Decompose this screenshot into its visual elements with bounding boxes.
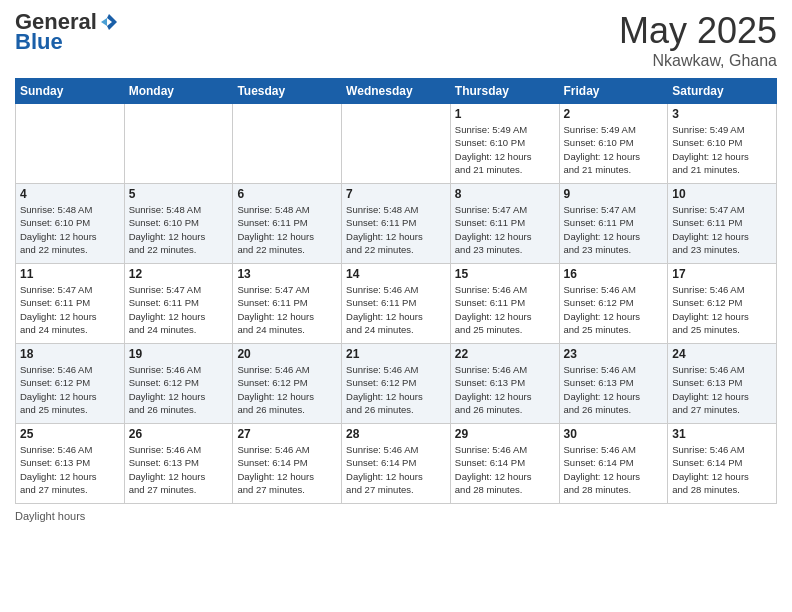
day-info: Sunrise: 5:46 AM Sunset: 6:12 PM Dayligh… bbox=[564, 283, 664, 336]
day-number: 6 bbox=[237, 187, 337, 201]
day-info: Sunrise: 5:46 AM Sunset: 6:13 PM Dayligh… bbox=[129, 443, 229, 496]
day-info: Sunrise: 5:47 AM Sunset: 6:11 PM Dayligh… bbox=[129, 283, 229, 336]
calendar-cell: 21Sunrise: 5:46 AM Sunset: 6:12 PM Dayli… bbox=[342, 344, 451, 424]
day-info: Sunrise: 5:48 AM Sunset: 6:11 PM Dayligh… bbox=[237, 203, 337, 256]
day-info: Sunrise: 5:46 AM Sunset: 6:13 PM Dayligh… bbox=[672, 363, 772, 416]
calendar-cell: 3Sunrise: 5:49 AM Sunset: 6:10 PM Daylig… bbox=[668, 104, 777, 184]
week-row-5: 25Sunrise: 5:46 AM Sunset: 6:13 PM Dayli… bbox=[16, 424, 777, 504]
svg-marker-0 bbox=[107, 14, 117, 30]
calendar-cell: 23Sunrise: 5:46 AM Sunset: 6:13 PM Dayli… bbox=[559, 344, 668, 424]
day-info: Sunrise: 5:46 AM Sunset: 6:13 PM Dayligh… bbox=[455, 363, 555, 416]
calendar-cell: 16Sunrise: 5:46 AM Sunset: 6:12 PM Dayli… bbox=[559, 264, 668, 344]
day-info: Sunrise: 5:48 AM Sunset: 6:10 PM Dayligh… bbox=[129, 203, 229, 256]
day-info: Sunrise: 5:47 AM Sunset: 6:11 PM Dayligh… bbox=[564, 203, 664, 256]
col-header-wednesday: Wednesday bbox=[342, 79, 451, 104]
calendar-cell: 10Sunrise: 5:47 AM Sunset: 6:11 PM Dayli… bbox=[668, 184, 777, 264]
calendar-cell: 6Sunrise: 5:48 AM Sunset: 6:11 PM Daylig… bbox=[233, 184, 342, 264]
calendar-cell: 9Sunrise: 5:47 AM Sunset: 6:11 PM Daylig… bbox=[559, 184, 668, 264]
day-number: 7 bbox=[346, 187, 446, 201]
calendar-cell: 2Sunrise: 5:49 AM Sunset: 6:10 PM Daylig… bbox=[559, 104, 668, 184]
week-row-3: 11Sunrise: 5:47 AM Sunset: 6:11 PM Dayli… bbox=[16, 264, 777, 344]
svg-marker-1 bbox=[101, 18, 107, 26]
col-header-sunday: Sunday bbox=[16, 79, 125, 104]
day-info: Sunrise: 5:46 AM Sunset: 6:13 PM Dayligh… bbox=[20, 443, 120, 496]
day-number: 19 bbox=[129, 347, 229, 361]
day-info: Sunrise: 5:47 AM Sunset: 6:11 PM Dayligh… bbox=[237, 283, 337, 336]
calendar-cell: 5Sunrise: 5:48 AM Sunset: 6:10 PM Daylig… bbox=[124, 184, 233, 264]
day-number: 22 bbox=[455, 347, 555, 361]
day-info: Sunrise: 5:46 AM Sunset: 6:14 PM Dayligh… bbox=[346, 443, 446, 496]
calendar-cell: 27Sunrise: 5:46 AM Sunset: 6:14 PM Dayli… bbox=[233, 424, 342, 504]
calendar-cell: 18Sunrise: 5:46 AM Sunset: 6:12 PM Dayli… bbox=[16, 344, 125, 424]
day-info: Sunrise: 5:46 AM Sunset: 6:12 PM Dayligh… bbox=[672, 283, 772, 336]
calendar-cell: 8Sunrise: 5:47 AM Sunset: 6:11 PM Daylig… bbox=[450, 184, 559, 264]
day-number: 31 bbox=[672, 427, 772, 441]
day-info: Sunrise: 5:49 AM Sunset: 6:10 PM Dayligh… bbox=[455, 123, 555, 176]
day-info: Sunrise: 5:47 AM Sunset: 6:11 PM Dayligh… bbox=[20, 283, 120, 336]
calendar-cell bbox=[233, 104, 342, 184]
daylight-label: Daylight hours bbox=[15, 510, 85, 522]
day-info: Sunrise: 5:49 AM Sunset: 6:10 PM Dayligh… bbox=[564, 123, 664, 176]
calendar-cell: 13Sunrise: 5:47 AM Sunset: 6:11 PM Dayli… bbox=[233, 264, 342, 344]
day-info: Sunrise: 5:46 AM Sunset: 6:14 PM Dayligh… bbox=[672, 443, 772, 496]
day-info: Sunrise: 5:48 AM Sunset: 6:11 PM Dayligh… bbox=[346, 203, 446, 256]
day-number: 25 bbox=[20, 427, 120, 441]
day-info: Sunrise: 5:48 AM Sunset: 6:10 PM Dayligh… bbox=[20, 203, 120, 256]
page: General Blue May 2025 Nkawkaw, Ghana Sun… bbox=[0, 0, 792, 612]
day-number: 24 bbox=[672, 347, 772, 361]
day-number: 9 bbox=[564, 187, 664, 201]
day-number: 14 bbox=[346, 267, 446, 281]
calendar-cell: 14Sunrise: 5:46 AM Sunset: 6:11 PM Dayli… bbox=[342, 264, 451, 344]
day-number: 1 bbox=[455, 107, 555, 121]
location-title: Nkawkaw, Ghana bbox=[619, 52, 777, 70]
calendar-cell: 7Sunrise: 5:48 AM Sunset: 6:11 PM Daylig… bbox=[342, 184, 451, 264]
calendar-cell: 12Sunrise: 5:47 AM Sunset: 6:11 PM Dayli… bbox=[124, 264, 233, 344]
logo-blue-text: Blue bbox=[15, 29, 63, 54]
col-header-thursday: Thursday bbox=[450, 79, 559, 104]
calendar-cell: 29Sunrise: 5:46 AM Sunset: 6:14 PM Dayli… bbox=[450, 424, 559, 504]
week-row-4: 18Sunrise: 5:46 AM Sunset: 6:12 PM Dayli… bbox=[16, 344, 777, 424]
col-header-saturday: Saturday bbox=[668, 79, 777, 104]
day-number: 3 bbox=[672, 107, 772, 121]
calendar-cell: 24Sunrise: 5:46 AM Sunset: 6:13 PM Dayli… bbox=[668, 344, 777, 424]
day-number: 28 bbox=[346, 427, 446, 441]
day-number: 17 bbox=[672, 267, 772, 281]
day-info: Sunrise: 5:47 AM Sunset: 6:11 PM Dayligh… bbox=[672, 203, 772, 256]
day-number: 20 bbox=[237, 347, 337, 361]
day-info: Sunrise: 5:46 AM Sunset: 6:12 PM Dayligh… bbox=[20, 363, 120, 416]
calendar-cell bbox=[124, 104, 233, 184]
day-number: 29 bbox=[455, 427, 555, 441]
day-info: Sunrise: 5:46 AM Sunset: 6:11 PM Dayligh… bbox=[346, 283, 446, 336]
calendar-cell: 19Sunrise: 5:46 AM Sunset: 6:12 PM Dayli… bbox=[124, 344, 233, 424]
col-header-friday: Friday bbox=[559, 79, 668, 104]
calendar-cell: 30Sunrise: 5:46 AM Sunset: 6:14 PM Dayli… bbox=[559, 424, 668, 504]
week-row-2: 4Sunrise: 5:48 AM Sunset: 6:10 PM Daylig… bbox=[16, 184, 777, 264]
day-info: Sunrise: 5:46 AM Sunset: 6:14 PM Dayligh… bbox=[237, 443, 337, 496]
day-info: Sunrise: 5:46 AM Sunset: 6:13 PM Dayligh… bbox=[564, 363, 664, 416]
calendar-cell: 26Sunrise: 5:46 AM Sunset: 6:13 PM Dayli… bbox=[124, 424, 233, 504]
calendar-cell: 1Sunrise: 5:49 AM Sunset: 6:10 PM Daylig… bbox=[450, 104, 559, 184]
title-block: May 2025 Nkawkaw, Ghana bbox=[619, 10, 777, 70]
col-header-monday: Monday bbox=[124, 79, 233, 104]
day-number: 26 bbox=[129, 427, 229, 441]
calendar-cell bbox=[342, 104, 451, 184]
calendar-cell: 11Sunrise: 5:47 AM Sunset: 6:11 PM Dayli… bbox=[16, 264, 125, 344]
day-info: Sunrise: 5:46 AM Sunset: 6:12 PM Dayligh… bbox=[237, 363, 337, 416]
calendar-cell: 4Sunrise: 5:48 AM Sunset: 6:10 PM Daylig… bbox=[16, 184, 125, 264]
day-info: Sunrise: 5:46 AM Sunset: 6:12 PM Dayligh… bbox=[129, 363, 229, 416]
header-row: SundayMondayTuesdayWednesdayThursdayFrid… bbox=[16, 79, 777, 104]
day-number: 23 bbox=[564, 347, 664, 361]
day-number: 21 bbox=[346, 347, 446, 361]
footer: Daylight hours bbox=[15, 510, 777, 522]
calendar-cell: 15Sunrise: 5:46 AM Sunset: 6:11 PM Dayli… bbox=[450, 264, 559, 344]
day-number: 10 bbox=[672, 187, 772, 201]
logo-icon bbox=[99, 12, 119, 32]
day-number: 5 bbox=[129, 187, 229, 201]
day-info: Sunrise: 5:47 AM Sunset: 6:11 PM Dayligh… bbox=[455, 203, 555, 256]
calendar-cell: 17Sunrise: 5:46 AM Sunset: 6:12 PM Dayli… bbox=[668, 264, 777, 344]
week-row-1: 1Sunrise: 5:49 AM Sunset: 6:10 PM Daylig… bbox=[16, 104, 777, 184]
day-number: 16 bbox=[564, 267, 664, 281]
calendar-cell: 20Sunrise: 5:46 AM Sunset: 6:12 PM Dayli… bbox=[233, 344, 342, 424]
month-title: May 2025 bbox=[619, 10, 777, 52]
day-number: 15 bbox=[455, 267, 555, 281]
